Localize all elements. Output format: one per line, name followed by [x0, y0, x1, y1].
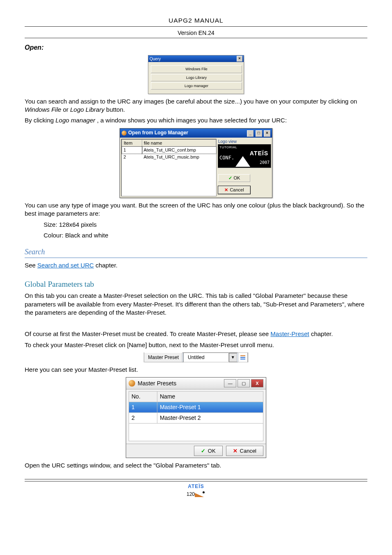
- query-dialog-title: Query: [150, 56, 161, 62]
- master-preset-bar: Master Preset Untitled ▼: [144, 352, 248, 362]
- table-row[interactable]: 1 Ateis_Tut_URC_conf.bmp: [122, 147, 216, 154]
- list-icon[interactable]: [238, 352, 248, 362]
- text-span: chapter.: [311, 330, 333, 337]
- cell-no: 1: [129, 402, 157, 412]
- logo-year-text: 2007: [260, 160, 270, 166]
- search-and-set-urc-link[interactable]: Search and set URC: [37, 262, 94, 269]
- logo-preview: TUTORIAL ATEÏS CONF. 2007: [218, 144, 271, 168]
- doc-title: UAPG2 MANUAL: [25, 16, 367, 25]
- cell-file: Ateis_Tut_URC_conf.bmp: [142, 147, 216, 154]
- master-presets-dialog: Master Presets — ▢ X No. Name 1 Master-P…: [126, 377, 266, 458]
- windows-file-button[interactable]: Windows File: [151, 65, 242, 73]
- cell-item: 2: [122, 154, 142, 161]
- col-name[interactable]: Name: [157, 391, 263, 402]
- app-icon: [129, 380, 135, 387]
- master-preset-name-button[interactable]: Master Preset: [144, 352, 182, 362]
- close-icon[interactable]: ×: [264, 130, 270, 137]
- ok-label: OK: [234, 175, 240, 181]
- ok-button[interactable]: ✓ OK: [218, 174, 250, 182]
- master-presets-title: Master Presets: [138, 380, 176, 387]
- x-icon: ✕: [224, 187, 228, 193]
- logo-manager-title: Open from Logo Manager: [128, 129, 188, 136]
- check-icon: ✓: [228, 175, 232, 181]
- x-icon: ✕: [233, 447, 238, 455]
- global-p5: Open the URC settings window, and select…: [25, 461, 367, 470]
- page-header: UAPG2 MANUAL Version EN.24: [25, 16, 367, 38]
- cancel-button[interactable]: ✕ Cancel: [218, 186, 250, 194]
- logo-conf-text: CONF.: [219, 154, 234, 161]
- logo-tutorial-text: TUTORIAL: [219, 145, 237, 150]
- minimize-icon[interactable]: —: [224, 379, 236, 387]
- text-italic: Windows File: [25, 106, 61, 113]
- table-row[interactable]: 1 Master-Preset 1: [129, 402, 263, 412]
- check-icon: ✓: [201, 447, 205, 455]
- chevron-down-icon[interactable]: ▼: [229, 353, 237, 362]
- text-italic: Logo manager: [55, 117, 95, 124]
- cell-file: Ateis_Tut_URC_music.bmp: [142, 154, 216, 161]
- footer-brand: ATEÏS: [25, 483, 367, 490]
- cell-name: Master-Preset 2: [157, 412, 263, 423]
- cell-no: 2: [129, 412, 157, 423]
- maximize-icon[interactable]: ▢: [238, 379, 250, 387]
- open-p1: You can search and assign to the URC any…: [25, 97, 367, 114]
- global-p3: To check your Master-Preset click on [Na…: [25, 341, 367, 349]
- global-p4: Here you can see your Master-Preset list…: [25, 366, 367, 374]
- cell-name: Master-Preset 1: [157, 402, 263, 412]
- master-preset-link[interactable]: Master-Preset: [270, 330, 309, 337]
- swoosh-icon: [195, 491, 205, 497]
- param-colour: Colour: Black and white: [44, 231, 367, 240]
- global-p2: Of course at first the Master-Preset mus…: [25, 330, 367, 338]
- text-span: chapter.: [96, 262, 118, 269]
- logo-manager-button[interactable]: Logo manager: [151, 82, 242, 90]
- open-p3: You can use any type of image you want. …: [25, 201, 367, 218]
- section-search-heading: Search: [25, 247, 367, 257]
- close-icon[interactable]: X: [251, 379, 263, 387]
- ok-label: OK: [208, 447, 216, 455]
- text-span: See: [25, 262, 37, 269]
- triangle-icon: [235, 156, 250, 167]
- text-span: By clicking: [25, 117, 55, 124]
- col-filename[interactable]: file name: [142, 139, 216, 147]
- table-row[interactable]: 2 Ateis_Tut_URC_music.bmp: [122, 154, 216, 161]
- ok-button[interactable]: ✓ OK: [194, 446, 223, 456]
- page-number: 120: [187, 491, 195, 497]
- close-icon[interactable]: ×: [237, 56, 242, 62]
- text-span: , a window shows you which images you ha…: [97, 117, 287, 124]
- text-span: or: [63, 106, 70, 113]
- section-global-heading: Global Parameters tab: [25, 279, 367, 290]
- cancel-label: Cancel: [230, 187, 244, 193]
- search-paragraph: See Search and set URC chapter.: [25, 261, 367, 269]
- logo-view-label: Logo view: [218, 139, 271, 145]
- text-span: button.: [106, 106, 125, 113]
- query-dialog: Query × Windows File Logo Library Logo m…: [148, 55, 244, 94]
- col-item[interactable]: Item: [122, 139, 142, 147]
- cell-item: 1: [122, 147, 142, 154]
- maximize-icon[interactable]: □: [256, 130, 262, 137]
- col-no[interactable]: No.: [129, 391, 157, 402]
- logo-library-button[interactable]: Logo Library: [151, 74, 242, 81]
- section-open-heading: Open:: [25, 43, 367, 52]
- text-span: You can search and assign to the URC any…: [25, 98, 357, 105]
- logo-brand-text: ATEÏS: [250, 150, 268, 157]
- cancel-label: Cancel: [240, 447, 256, 455]
- text-span: Of course at first the Master-Preset mus…: [25, 330, 270, 337]
- logo-manager-dialog: Open from Logo Manager _ □ × Item file n…: [120, 128, 272, 198]
- minimize-icon[interactable]: _: [247, 130, 254, 137]
- param-size: Size: 128x64 pixels: [44, 221, 367, 229]
- app-icon: [122, 131, 127, 136]
- master-preset-value: Untitled: [183, 352, 229, 362]
- global-p1: On this tab you can create a Master-Pres…: [25, 292, 367, 317]
- text-italic: Logo Library: [70, 106, 104, 113]
- doc-version: Version EN.24: [25, 29, 367, 37]
- table-row[interactable]: 2 Master-Preset 2: [129, 412, 263, 423]
- logo-table: Item file name 1 Ateis_Tut_URC_conf.bmp …: [122, 139, 216, 196]
- cancel-button[interactable]: ✕ Cancel: [226, 446, 263, 456]
- open-p2: By clicking Logo manager , a window show…: [25, 116, 367, 124]
- master-presets-table: No. Name 1 Master-Preset 1 2 Master-Pres…: [129, 391, 263, 441]
